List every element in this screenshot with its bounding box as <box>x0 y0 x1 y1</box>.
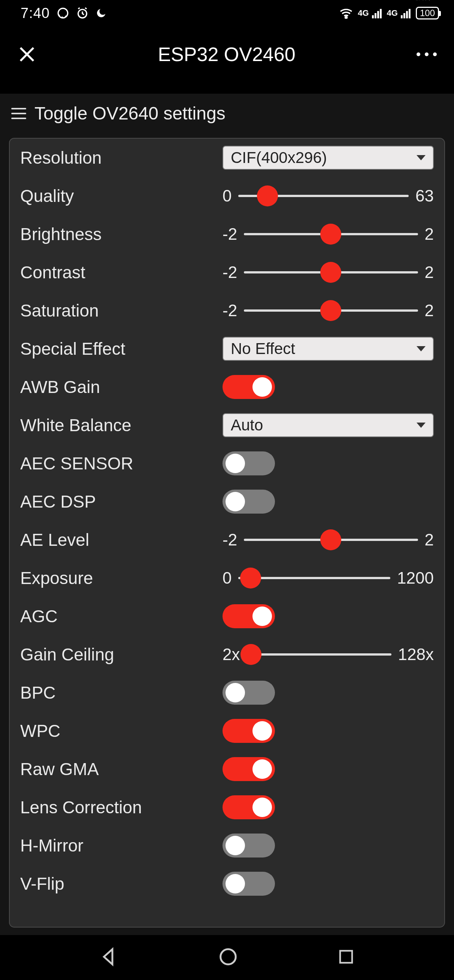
slider-thumb[interactable] <box>320 529 341 550</box>
slider-thumb[interactable] <box>240 568 261 589</box>
slider-saturation[interactable]: -22 <box>223 301 434 320</box>
setting-row-special_effect: Special EffectNo Effect <box>10 330 444 368</box>
setting-label-agc: AGC <box>20 606 223 626</box>
slider-track[interactable] <box>238 195 409 197</box>
setting-label-white_balance: White Balance <box>20 415 223 435</box>
slider-min: -2 <box>223 301 237 320</box>
toggle-knob <box>252 759 272 779</box>
toggle-knob <box>226 836 245 855</box>
system-nav-bar <box>0 935 454 980</box>
svg-rect-8 <box>374 13 376 18</box>
slider-track[interactable] <box>244 271 418 274</box>
nav-home-icon[interactable] <box>218 947 238 968</box>
select-value: No Effect <box>231 340 295 358</box>
setting-label-resolution: Resolution <box>20 148 223 168</box>
nav-recent-icon[interactable] <box>337 948 355 967</box>
battery-indicator: 100 <box>416 7 439 19</box>
toggle-bpc[interactable] <box>223 681 275 705</box>
data-saver-icon <box>57 7 69 19</box>
setting-row-awb_gain: AWB Gain <box>10 368 444 406</box>
setting-label-v_flip: V-Flip <box>20 873 223 894</box>
setting-row-lens_corr: Lens Correction <box>10 788 444 826</box>
slider-thumb[interactable] <box>320 224 341 245</box>
toggle-knob <box>226 453 245 473</box>
toggle-lens_corr[interactable] <box>223 795 275 819</box>
slider-quality[interactable]: 063 <box>223 186 434 205</box>
toggle-knob <box>226 683 245 702</box>
nav-back-icon[interactable] <box>99 947 119 968</box>
svg-rect-7 <box>372 15 374 18</box>
chevron-down-icon <box>417 155 425 160</box>
slider-ae_level[interactable]: -22 <box>223 530 434 549</box>
setting-label-saturation: Saturation <box>20 301 223 321</box>
setting-label-h_mirror: H-Mirror <box>20 835 223 856</box>
slider-track[interactable] <box>244 539 418 541</box>
setting-label-bpc: BPC <box>20 682 223 703</box>
slider-track[interactable] <box>244 233 418 235</box>
setting-row-brightness: Brightness-22 <box>10 215 444 253</box>
select-resolution[interactable]: CIF(400x296) <box>223 146 434 170</box>
settings-page: Toggle OV2640 settings ResolutionCIF(400… <box>0 94 454 980</box>
toggle-wpc[interactable] <box>223 719 275 743</box>
slider-thumb[interactable] <box>241 644 261 665</box>
setting-label-awb_gain: AWB Gain <box>20 377 223 397</box>
setting-row-ae_level: AE Level-22 <box>10 521 444 559</box>
chevron-down-icon <box>417 423 425 428</box>
svg-rect-14 <box>409 9 411 18</box>
toggle-knob <box>252 606 272 626</box>
slider-max: 2 <box>425 263 434 282</box>
setting-label-gain_ceiling: Gain Ceiling <box>20 644 223 665</box>
status-right: DF创客社区 4G 4G 100 <box>339 7 439 19</box>
setting-row-aec_dsp: AEC DSP <box>10 482 444 521</box>
toggle-knob <box>252 377 272 397</box>
slider-thumb[interactable] <box>320 262 341 283</box>
setting-label-special_effect: Special Effect <box>20 339 223 359</box>
slider-thumb[interactable] <box>320 300 341 321</box>
setting-row-quality: Quality063 <box>10 177 444 215</box>
toggle-h_mirror[interactable] <box>223 834 275 858</box>
toggle-v_flip[interactable] <box>223 872 275 896</box>
slider-thumb[interactable] <box>257 185 278 207</box>
slider-min: 2x <box>223 645 240 664</box>
wifi-icon <box>339 8 353 19</box>
slider-gain_ceiling[interactable]: 2x128x <box>223 645 434 664</box>
menu-icon[interactable] <box>11 108 26 119</box>
select-value: Auto <box>231 416 263 434</box>
svg-rect-16 <box>340 951 352 963</box>
slider-min: -2 <box>223 225 237 243</box>
clock: 7:40 <box>21 5 50 21</box>
slider-max: 63 <box>416 186 434 205</box>
toggle-agc[interactable] <box>223 604 275 628</box>
svg-rect-12 <box>403 13 405 18</box>
setting-label-exposure: Exposure <box>20 568 223 588</box>
setting-row-contrast: Contrast-22 <box>10 253 444 291</box>
toggle-knob <box>252 721 272 741</box>
toggle-raw_gma[interactable] <box>223 757 275 781</box>
slider-min: -2 <box>223 530 237 549</box>
signal-2-icon <box>401 8 411 18</box>
title-bar: ESP32 OV2460 <box>0 26 454 83</box>
slider-brightness[interactable]: -22 <box>223 225 434 243</box>
toggle-aec_dsp[interactable] <box>223 490 275 514</box>
slider-track[interactable] <box>244 309 418 312</box>
alarm-icon <box>76 7 89 19</box>
select-special_effect[interactable]: No Effect <box>223 337 434 361</box>
toggle-awb_gain[interactable] <box>223 375 275 399</box>
slider-track[interactable] <box>247 653 391 655</box>
slider-track[interactable] <box>238 577 390 579</box>
toggle-aec_sensor[interactable] <box>223 452 275 476</box>
more-icon[interactable] <box>417 52 437 56</box>
setting-label-ae_level: AE Level <box>20 530 223 550</box>
slider-exposure[interactable]: 01200 <box>223 569 434 587</box>
slider-min: -2 <box>223 263 237 282</box>
svg-rect-13 <box>406 11 408 18</box>
section-header[interactable]: Toggle OV2640 settings <box>0 94 454 133</box>
section-title: Toggle OV2640 settings <box>35 103 226 124</box>
signal-2-label: 4G <box>387 8 398 18</box>
svg-rect-10 <box>380 9 382 18</box>
select-white_balance[interactable]: Auto <box>223 413 434 437</box>
setting-label-contrast: Contrast <box>20 262 223 282</box>
close-icon[interactable] <box>17 45 37 64</box>
setting-label-quality: Quality <box>20 186 223 206</box>
slider-contrast[interactable]: -22 <box>223 263 434 282</box>
